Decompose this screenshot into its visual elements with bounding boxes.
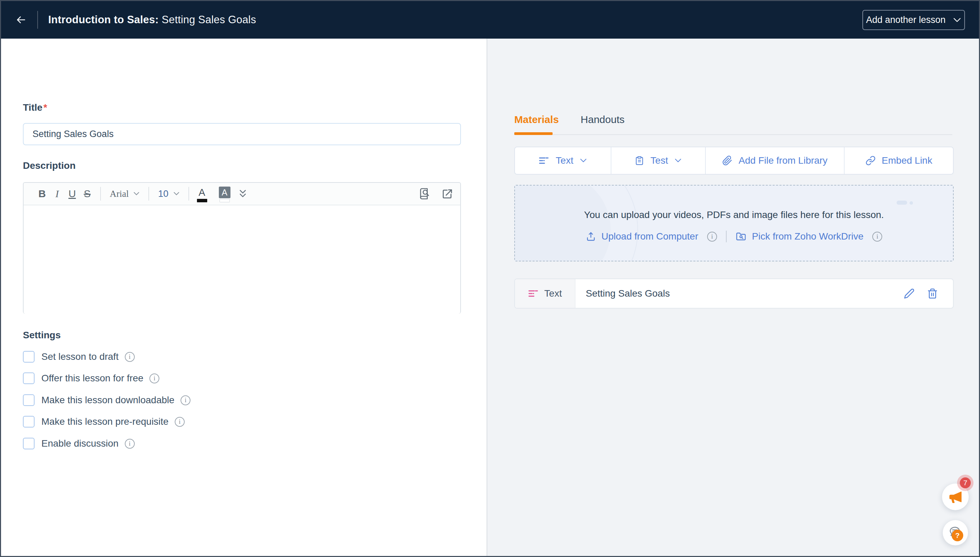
- pencil-icon: [904, 288, 915, 299]
- embed-link-button[interactable]: Embed Link: [844, 147, 953, 174]
- font-size-select[interactable]: 10: [155, 189, 183, 199]
- materials-panel: Materials Handouts Text Test: [487, 39, 979, 556]
- pick-from-workdrive-label: Pick from Zoho WorkDrive: [752, 231, 863, 242]
- actions-separator: [726, 231, 727, 242]
- clipboard-icon: [635, 155, 644, 166]
- paperclip-icon: [722, 155, 732, 166]
- page-title: Introduction to Sales: Setting Sales Goa…: [48, 14, 256, 26]
- delete-material-button[interactable]: [927, 288, 938, 299]
- checkbox-unchecked[interactable]: [23, 394, 34, 406]
- info-icon[interactable]: i: [149, 373, 159, 383]
- strikethrough-button[interactable]: S: [80, 188, 95, 200]
- font-size-value: 10: [158, 189, 168, 199]
- font-color-button[interactable]: A: [194, 187, 210, 198]
- back-button[interactable]: [13, 12, 28, 27]
- info-icon[interactable]: i: [707, 232, 717, 242]
- checkbox-label: Make this lesson downloadable: [41, 395, 175, 406]
- checkbox-unchecked[interactable]: [23, 351, 34, 363]
- font-family-value: Arial: [110, 189, 129, 199]
- topbar: Introduction to Sales: Setting Sales Goa…: [1, 1, 979, 39]
- required-asterisk: *: [43, 102, 47, 113]
- upload-from-computer-link[interactable]: Upload from Computer: [586, 231, 698, 242]
- edit-material-button[interactable]: [904, 288, 915, 299]
- chevron-down-icon: [674, 158, 682, 163]
- insert-from-library-button[interactable]: [418, 187, 431, 200]
- add-lesson-label: Add another lesson: [866, 15, 946, 25]
- folder-search-icon: [735, 231, 746, 242]
- expand-icon: [442, 188, 453, 200]
- info-icon[interactable]: i: [125, 439, 135, 449]
- checkbox-row-prerequisite[interactable]: Make this lesson pre-requisite i: [23, 415, 185, 428]
- help-chat-fab[interactable]: ?: [943, 520, 968, 546]
- add-file-from-library-button[interactable]: Add File from Library: [706, 147, 844, 174]
- title-label: Title*: [23, 102, 47, 113]
- toolbar-separator: [100, 187, 101, 200]
- checkbox-row-enable-discussion[interactable]: Enable discussion i: [23, 437, 135, 450]
- add-another-lesson-button[interactable]: Add another lesson: [862, 10, 965, 30]
- megaphone-icon: [948, 490, 962, 504]
- underline-button[interactable]: U: [65, 188, 80, 200]
- add-test-label: Test: [650, 155, 668, 166]
- course-title: Introduction to Sales:: [48, 14, 158, 26]
- topbar-divider: [37, 11, 38, 29]
- decorative-circle: [514, 185, 611, 261]
- material-title: Setting Sales Goals: [575, 279, 904, 308]
- font-family-select[interactable]: Arial: [106, 189, 143, 199]
- checkbox-unchecked[interactable]: [23, 373, 34, 384]
- toolbar-separator: [188, 187, 189, 200]
- question-mark-icon: ?: [952, 530, 963, 541]
- add-test-button[interactable]: Test: [611, 147, 706, 174]
- embed-link-label: Embed Link: [882, 155, 933, 166]
- expand-editor-button[interactable]: [442, 188, 453, 200]
- upload-from-computer-label: Upload from Computer: [601, 231, 698, 242]
- library-search-icon: [418, 187, 431, 200]
- checkbox-unchecked[interactable]: [23, 438, 34, 450]
- checkbox-label: Set lesson to draft: [41, 351, 119, 362]
- link-icon: [866, 155, 876, 166]
- trash-icon: [927, 288, 938, 299]
- decorative-pill: [897, 200, 907, 205]
- more-formatting-button[interactable]: [238, 189, 253, 199]
- editor-toolbar: B I U S Arial 10 A: [24, 183, 460, 205]
- chevron-down-icon: [953, 18, 961, 23]
- add-text-button[interactable]: Text: [515, 147, 611, 174]
- upload-message: You can upload your videos, PDFs and ima…: [515, 210, 953, 220]
- checkbox-label: Offer this lesson for free: [41, 373, 143, 384]
- tab-materials[interactable]: Materials: [514, 114, 559, 125]
- tab-handouts[interactable]: Handouts: [581, 114, 624, 125]
- checkbox-unchecked[interactable]: [23, 416, 34, 427]
- info-icon[interactable]: i: [872, 232, 882, 242]
- info-icon[interactable]: i: [181, 395, 191, 405]
- upload-icon: [586, 231, 596, 242]
- pick-from-workdrive-link[interactable]: Pick from Zoho WorkDrive: [735, 231, 863, 242]
- bold-button[interactable]: B: [34, 188, 50, 200]
- lesson-title-input[interactable]: [23, 123, 461, 145]
- decorative-dot: [910, 201, 913, 205]
- add-text-label: Text: [556, 155, 573, 166]
- info-icon[interactable]: i: [175, 417, 185, 427]
- description-label: Description: [23, 160, 75, 171]
- chevron-down-icon: [173, 192, 180, 196]
- description-textarea[interactable]: [24, 205, 460, 314]
- upload-dropzone[interactable]: You can upload your videos, PDFs and ima…: [514, 185, 954, 261]
- checkbox-row-downloadable[interactable]: Make this lesson downloadable i: [23, 394, 191, 407]
- description-editor: B I U S Arial 10 A: [23, 182, 461, 314]
- info-icon[interactable]: i: [125, 352, 135, 362]
- highlight-color-button[interactable]: A: [217, 187, 232, 198]
- checkbox-row-free-lesson[interactable]: Offer this lesson for free i: [23, 372, 159, 385]
- title-label-text: Title: [23, 102, 42, 113]
- lesson-form-panel: Title* Description B I U S Arial: [1, 39, 487, 556]
- text-lines-icon: [539, 156, 549, 165]
- highlight-color-swatch: [219, 199, 230, 202]
- text-lines-icon: [528, 289, 539, 298]
- checkbox-row-set-draft[interactable]: Set lesson to draft i: [23, 350, 135, 363]
- italic-button[interactable]: I: [50, 188, 65, 200]
- material-type-cell: Text: [515, 279, 575, 308]
- toolbar-separator: [149, 187, 149, 200]
- tabs-divider: [514, 134, 952, 135]
- checkbox-label: Enable discussion: [41, 438, 119, 449]
- font-color-letter: A: [199, 187, 205, 198]
- settings-label: Settings: [23, 330, 60, 341]
- materials-tabs: Materials Handouts: [514, 114, 625, 125]
- add-material-toolbar: Text Test Add File from Library: [514, 147, 954, 174]
